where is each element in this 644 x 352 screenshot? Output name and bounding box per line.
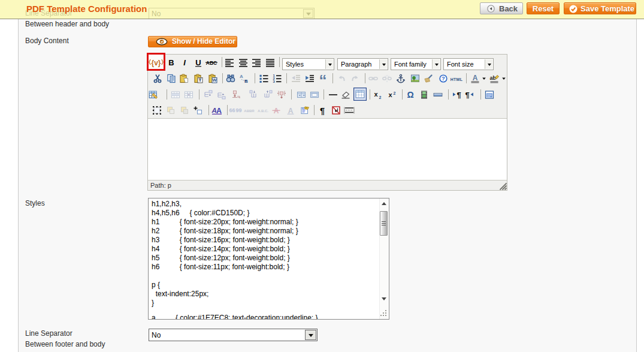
svg-text:¶: ¶	[465, 91, 469, 100]
svg-text:{v}: {v}	[151, 59, 161, 67]
svg-text:I: I	[183, 58, 186, 67]
svg-text:A: A	[216, 107, 222, 115]
svg-text:2: 2	[394, 91, 396, 95]
svg-text:?: ?	[442, 75, 445, 82]
svg-text:A: A	[240, 74, 243, 79]
svg-text:A.B.C.: A.B.C.	[258, 109, 268, 113]
svg-text:99: 99	[236, 107, 242, 113]
svg-text:¶: ¶	[456, 91, 461, 100]
svg-text:3: 3	[273, 80, 276, 83]
svg-text:HTML: HTML	[451, 77, 463, 82]
svg-text:A: A	[473, 74, 478, 82]
svg-text:T: T	[199, 77, 202, 83]
svg-text:U: U	[195, 58, 201, 67]
svg-text:2: 2	[379, 95, 382, 100]
svg-text:B: B	[168, 58, 174, 67]
svg-text:¶: ¶	[320, 106, 325, 116]
svg-text:ABBR: ABBR	[244, 109, 255, 113]
svg-text:66: 66	[229, 107, 235, 113]
svg-text:A: A	[288, 107, 294, 115]
svg-text:B: B	[244, 79, 248, 83]
svg-text:x: x	[389, 91, 393, 98]
svg-text:“: “	[319, 74, 327, 83]
svg-text:x: x	[374, 91, 379, 98]
svg-text:Ω: Ω	[407, 90, 413, 100]
svg-text:W: W	[212, 77, 217, 83]
